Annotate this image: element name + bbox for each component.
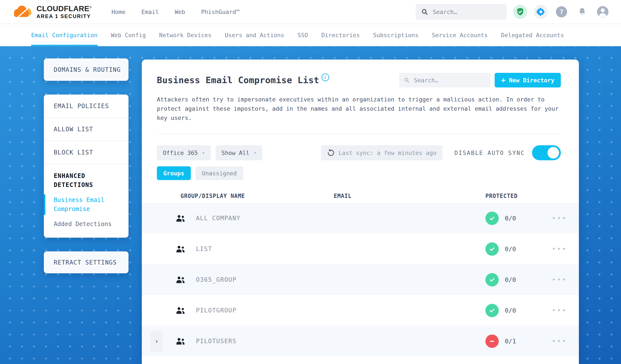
page-description: Attackers often try to impersonate execu… — [157, 95, 561, 122]
groups-table: GROUP/DISPLAY NAME EMAIL PROTECTED ALL C… — [142, 189, 579, 356]
tab-email-configuration[interactable]: Email Configuration — [31, 24, 98, 46]
plus-icon: + — [501, 76, 505, 84]
chevron-down-icon: ▾ — [254, 150, 256, 155]
search-icon — [404, 77, 410, 83]
section-tab-bar: Email ConfigurationWeb ConfigNetwork Dev… — [0, 24, 621, 46]
row-actions-icon[interactable]: ••• — [552, 246, 567, 252]
protected-count: 0/0 — [505, 276, 516, 283]
group-name: LIST — [187, 245, 334, 252]
column-email: EMAIL — [334, 193, 485, 199]
chevron-down-icon: ▾ — [202, 150, 205, 155]
table-row[interactable]: O365_GROUP 0/0 ••• — [142, 264, 579, 295]
row-actions-icon[interactable]: ••• — [552, 277, 567, 283]
registered-mark: ® — [89, 6, 92, 9]
group-people-icon — [176, 337, 186, 345]
tab-users-and-actions[interactable]: Users and Actions — [225, 24, 284, 46]
nav-item-home[interactable]: Home — [112, 9, 125, 15]
sidebar-item-retract-settings[interactable]: RETRACT SETTINGS — [44, 251, 128, 273]
not-protected-badge — [485, 335, 499, 348]
page-title: Business Email Compromise List — [157, 75, 319, 85]
table-row[interactable]: ALL COMPANY 0/0 ••• — [142, 203, 579, 234]
enhanced-detections-title[interactable]: ENHANCED DETECTIONS — [54, 172, 120, 190]
tab-subscriptions[interactable]: Subscriptions — [373, 24, 418, 46]
nav-item-web[interactable]: Web — [175, 9, 185, 15]
search-icon — [421, 8, 428, 15]
view-tab-groups[interactable]: Groups — [157, 166, 191, 180]
global-search-input[interactable] — [432, 8, 501, 16]
new-directory-button[interactable]: + New Directory — [495, 73, 561, 87]
content-area: DOMAINS & ROUTING EMAIL POLICIES ALLOW L… — [0, 46, 621, 364]
group-people-icon — [176, 307, 186, 314]
last-sync-button[interactable]: Last sync: a few minutes ago — [321, 145, 442, 160]
nav-item-phishguard-[interactable]: PhishGuard™ — [201, 9, 240, 15]
column-group-display-name: GROUP/DISPLAY NAME — [142, 193, 334, 199]
sidebar-policies-card: EMAIL POLICIES ALLOW LIST BLOCK LIST ENH… — [44, 95, 128, 238]
global-search[interactable] — [415, 4, 507, 20]
tab-sso[interactable]: SSO — [298, 24, 308, 46]
notifications-icon[interactable] — [575, 5, 589, 19]
protected-count: 0/0 — [505, 245, 516, 253]
sidebar-item-email-policies[interactable]: EMAIL POLICIES — [44, 95, 128, 118]
primary-nav: HomeEmailWebPhishGuard™ — [112, 9, 240, 15]
logo-subtitle: AREA 1 SECURITY — [36, 14, 92, 19]
table-row[interactable]: PILOTGROUP 0/0 ••• — [142, 295, 579, 326]
main-panel: Business Email Compromise List i + New D… — [142, 60, 579, 364]
group-name: ALL COMPANY — [187, 215, 334, 222]
tab-delegated-accounts[interactable]: Delegated Accounts — [501, 24, 564, 46]
info-icon[interactable]: i — [321, 73, 329, 81]
settings-icon[interactable] — [534, 5, 548, 19]
column-protected: PROTECTED — [485, 193, 550, 199]
directory-select[interactable]: Office 365 ▾ — [157, 145, 211, 160]
group-name: PILOTGROUP — [187, 307, 334, 314]
row-actions-icon[interactable]: ••• — [552, 338, 567, 345]
table-header: GROUP/DISPLAY NAME EMAIL PROTECTED — [142, 189, 579, 203]
tab-service-accounts[interactable]: Service Accounts — [432, 24, 488, 46]
cloudflare-cloud-icon — [11, 4, 34, 19]
table-row[interactable]: LIST 0/0 ••• — [142, 234, 579, 264]
sidebar-section-enhanced-detections: ENHANCED DETECTIONS Business Email Compr… — [44, 164, 128, 238]
view-tabs: GroupsUnassigned — [157, 166, 561, 180]
sidebar-link-business-email-compromise[interactable]: Business Email Compromise — [54, 195, 120, 214]
logo-wordmark: CLOUDFLARE® — [36, 5, 92, 13]
tab-network-devices[interactable]: Network Devices — [159, 24, 211, 46]
refresh-icon — [327, 149, 335, 157]
sidebar: DOMAINS & ROUTING EMAIL POLICIES ALLOW L… — [44, 58, 128, 273]
protected-check-badge — [485, 243, 499, 256]
bell-icon — [578, 7, 586, 16]
tab-directories[interactable]: Directories — [321, 24, 360, 46]
group-people-icon — [176, 245, 186, 253]
protected-check-badge — [485, 273, 499, 286]
group-people-icon — [176, 214, 186, 222]
top-bar: CLOUDFLARE® AREA 1 SECURITY HomeEmailWeb… — [0, 0, 621, 24]
sidebar-item-allow-list[interactable]: ALLOW LIST — [44, 118, 128, 141]
disable-auto-sync-label: DISABLE AUTO SYNC — [454, 150, 525, 156]
security-status-icon[interactable] — [513, 5, 527, 19]
shield-check-icon — [516, 8, 524, 16]
row-actions-icon[interactable]: ••• — [552, 307, 567, 314]
cloudflare-logo: CLOUDFLARE® AREA 1 SECURITY — [11, 4, 92, 19]
list-search[interactable] — [399, 73, 491, 87]
group-name: O365_GROUP — [187, 276, 334, 283]
row-actions-icon[interactable]: ••• — [552, 215, 567, 222]
sidebar-item-block-list[interactable]: BLOCK LIST — [44, 141, 128, 164]
group-name: PILOTUSERS — [187, 338, 334, 345]
protected-count: 0/1 — [505, 338, 516, 345]
auto-sync-toggle[interactable] — [532, 145, 561, 160]
view-tab-unassigned[interactable]: Unassigned — [195, 166, 243, 180]
account-icon[interactable] — [596, 5, 610, 19]
protected-count: 0/0 — [505, 215, 516, 222]
group-people-icon — [176, 276, 186, 284]
table-body: ALL COMPANY 0/0 ••• LIST 0/0 ••• O365_GR… — [142, 203, 579, 356]
sidebar-item-domains-routing[interactable]: DOMAINS & ROUTING — [44, 58, 128, 81]
nav-item-email[interactable]: Email — [141, 9, 159, 15]
expand-row-button[interactable]: › — [150, 330, 163, 352]
list-search-input[interactable] — [414, 77, 486, 84]
help-icon[interactable]: ? — [554, 5, 569, 19]
table-row[interactable]: › PILOTUSERS 0/1 ••• — [142, 326, 579, 356]
protected-check-badge — [485, 212, 499, 225]
tab-web-config[interactable]: Web Config — [111, 24, 146, 46]
protected-check-badge — [485, 304, 499, 317]
show-filter-select[interactable]: Show All ▾ — [216, 145, 262, 160]
app-page: CLOUDFLARE® AREA 1 SECURITY HomeEmailWeb… — [0, 0, 621, 364]
sidebar-link-added-detections[interactable]: Added Detections — [54, 220, 120, 229]
